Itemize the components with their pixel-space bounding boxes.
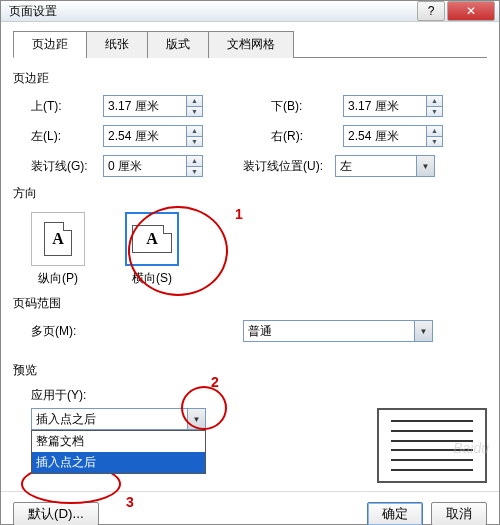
apply-to-list: 整篇文档 插入点之后: [31, 430, 206, 474]
orientation-section-label: 方向: [13, 185, 487, 202]
right-margin-spinner[interactable]: ▲▼: [426, 126, 442, 146]
portrait-label: 纵向(P): [38, 270, 78, 287]
tab-layout[interactable]: 版式: [147, 31, 209, 58]
chevron-down-icon: ▼: [416, 156, 434, 176]
right-margin-value: 2.54 厘米: [344, 128, 426, 145]
landscape-label: 横向(S): [132, 270, 172, 287]
multipage-value: 普通: [244, 323, 414, 340]
close-button[interactable]: ✕: [447, 1, 495, 21]
gutter-input[interactable]: 0 厘米 ▲▼: [103, 155, 203, 177]
preview-section-label: 预览: [13, 362, 487, 379]
help-button[interactable]: ?: [417, 1, 445, 21]
orientation-portrait[interactable]: A: [31, 212, 85, 266]
cancel-button[interactable]: 取消: [431, 502, 487, 525]
top-margin-spinner[interactable]: ▲▼: [186, 96, 202, 116]
landscape-page-icon: A: [132, 225, 172, 253]
window-title: 页面设置: [9, 3, 417, 20]
margins-section-label: 页边距: [13, 70, 487, 87]
chevron-down-icon: ▼: [414, 321, 432, 341]
gutter-spinner[interactable]: ▲▼: [186, 156, 202, 176]
titlebar: 页面设置 ? ✕: [1, 1, 499, 22]
left-margin-value: 2.54 厘米: [104, 128, 186, 145]
right-margin-input[interactable]: 2.54 厘米 ▲▼: [343, 125, 443, 147]
gutter-value: 0 厘米: [104, 158, 186, 175]
left-label: 左(L):: [13, 128, 103, 145]
tab-grid[interactable]: 文档网格: [208, 31, 294, 58]
tab-margins[interactable]: 页边距: [13, 31, 87, 58]
apply-to-label: 应用于(Y):: [31, 387, 86, 404]
bottom-label: 下(B):: [253, 98, 343, 115]
top-margin-input[interactable]: 3.17 厘米 ▲▼: [103, 95, 203, 117]
page-range-section-label: 页码范围: [13, 295, 487, 312]
portrait-page-icon: A: [44, 222, 72, 256]
gutter-pos-label: 装订线位置(U):: [225, 158, 335, 175]
right-label: 右(R):: [253, 128, 343, 145]
gutter-pos-value: 左: [336, 158, 416, 175]
left-margin-input[interactable]: 2.54 厘米 ▲▼: [103, 125, 203, 147]
chevron-down-icon: ▼: [187, 409, 205, 429]
multipage-dropdown[interactable]: 普通 ▼: [243, 320, 433, 342]
orientation-landscape[interactable]: A: [125, 212, 179, 266]
top-label: 上(T):: [13, 98, 103, 115]
left-margin-spinner[interactable]: ▲▼: [186, 126, 202, 146]
apply-to-dropdown[interactable]: 插入点之后 ▼: [31, 408, 206, 430]
apply-option-whole-doc[interactable]: 整篇文档: [32, 431, 205, 452]
gutter-pos-dropdown[interactable]: 左 ▼: [335, 155, 435, 177]
default-button[interactable]: 默认(D)...: [13, 502, 99, 525]
apply-to-value: 插入点之后: [32, 411, 187, 428]
tab-strip: 页边距 纸张 版式 文档网格: [13, 30, 487, 58]
multipage-label: 多页(M):: [13, 323, 103, 340]
tab-paper[interactable]: 纸张: [86, 31, 148, 58]
bottom-margin-input[interactable]: 3.17 厘米 ▲▼: [343, 95, 443, 117]
ok-button[interactable]: 确定: [367, 502, 423, 525]
page-preview: [377, 408, 487, 483]
top-margin-value: 3.17 厘米: [104, 98, 186, 115]
gutter-label: 装订线(G):: [13, 158, 103, 175]
annotation-num-1: 1: [235, 206, 243, 222]
bottom-margin-value: 3.17 厘米: [344, 98, 426, 115]
dialog-footer: 默认(D)... 确定 取消: [1, 491, 499, 525]
bottom-margin-spinner[interactable]: ▲▼: [426, 96, 442, 116]
apply-option-after-insert[interactable]: 插入点之后: [32, 452, 205, 473]
page-setup-dialog: 页面设置 ? ✕ 页边距 纸张 版式 文档网格 页边距 上(T): 3.17 厘…: [0, 0, 500, 525]
